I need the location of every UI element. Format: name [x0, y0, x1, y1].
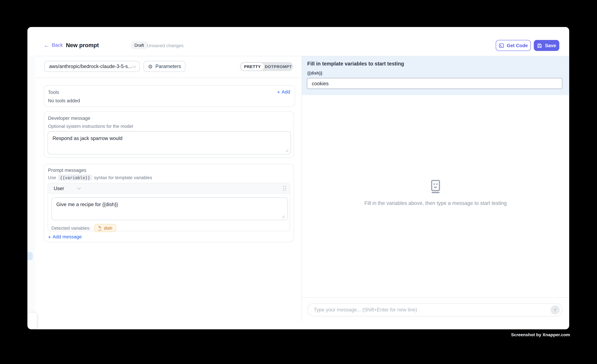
tools-empty-text: No tools added: [48, 98, 80, 103]
terminal-icon: [499, 43, 504, 48]
model-selector-value: aws/anthropic/bedrock-claude-3-5-s...: [49, 64, 133, 69]
chat-message-input[interactable]: [313, 307, 550, 313]
toolbar-divider: [35, 77, 301, 78]
toggle-option-dotprompt[interactable]: DOTPROMPT: [264, 62, 292, 71]
chevron-down-icon: [132, 64, 136, 68]
parameters-button[interactable]: ⚙ Parameters: [143, 61, 186, 72]
drag-handle-icon[interactable]: [283, 186, 286, 190]
plus-icon: +: [277, 89, 280, 95]
message-role-header[interactable]: User: [48, 183, 290, 194]
detected-variables-label: Detected variables:: [51, 225, 91, 231]
draft-status-badge: Draft: [131, 41, 147, 49]
view-mode-toggle: PRETTY DOTPROMPT: [240, 62, 293, 71]
add-message-label: Add message: [53, 234, 82, 240]
variable-name-label: {{dish}}: [307, 71, 322, 75]
model-selector[interactable]: aws/anthropic/bedrock-claude-3-5-s...: [44, 61, 140, 72]
message-content-textarea[interactable]: Give me a recipe for {{dish}}: [51, 197, 288, 220]
prompt-message-block: User Give me a recipe for {{dish}} Detec…: [48, 183, 290, 231]
page-title: New prompt: [66, 42, 99, 48]
add-message-button[interactable]: + Add message: [48, 234, 82, 240]
toggle-option-pretty[interactable]: PRETTY: [241, 63, 264, 70]
hint-prefix: Use: [48, 175, 56, 180]
chevron-down-icon: [77, 186, 81, 190]
rail-corner-card: [27, 313, 37, 329]
tools-card: Tools + Add No tools added: [44, 85, 295, 107]
screenshot-canvas: ← Back New prompt Draft Unsaved changes …: [0, 0, 597, 364]
back-arrow-icon: ←: [44, 42, 49, 48]
developer-message-card: Developer message Optional system instru…: [44, 111, 294, 158]
variable-badge-dish[interactable]: ✎ dish: [94, 224, 116, 232]
rail-active-indicator[interactable]: [27, 252, 33, 260]
arrow-up-icon: ↑: [554, 307, 556, 313]
gear-icon: ⚙: [148, 64, 153, 69]
chat-input-container: ↑: [307, 303, 562, 316]
variable-code-chip: {{variable}}: [58, 174, 92, 181]
back-button[interactable]: ← Back: [44, 42, 63, 48]
parameters-label: Parameters: [155, 64, 181, 69]
save-floppy-icon: [537, 43, 542, 48]
save-button[interactable]: Save: [534, 40, 559, 51]
test-panel-title: Fill in template variables to start test…: [307, 61, 404, 67]
save-label: Save: [545, 43, 556, 48]
prompt-messages-card: Prompt messages Use {{variable}} syntax …: [44, 164, 294, 242]
unsaved-changes-text: Unsaved changes: [147, 43, 184, 48]
resize-grip-icon[interactable]: [282, 215, 285, 218]
get-code-button[interactable]: Get Code: [496, 40, 531, 51]
variable-value-input[interactable]: [307, 78, 562, 89]
chat-empty-state: Fill in the variables above, then type a…: [302, 179, 569, 206]
developer-message-textarea[interactable]: Respond as jack sparrow would: [48, 131, 291, 154]
watermark-text: Screenshot by Xnapper.com: [511, 333, 570, 337]
chat-input-divider: [302, 297, 569, 298]
template-variables-panel: Fill in template variables to start test…: [302, 56, 569, 95]
app-window: ← Back New prompt Draft Unsaved changes …: [27, 27, 569, 329]
developer-message-title: Developer message: [48, 116, 90, 121]
add-tool-label: Add: [282, 89, 290, 95]
detected-variables-row: Detected variables: ✎ dish: [51, 224, 116, 232]
plus-icon: +: [48, 234, 51, 240]
robot-face-icon: [429, 179, 442, 194]
get-code-label: Get Code: [507, 43, 528, 48]
add-tool-button[interactable]: + Add: [277, 89, 290, 95]
hint-suffix: syntax for template variables: [94, 175, 152, 180]
back-label: Back: [52, 42, 63, 48]
chat-empty-text: Fill in the variables above, then type a…: [302, 200, 569, 206]
developer-message-subtitle: Optional system instructions for the mod…: [48, 124, 133, 129]
send-message-button[interactable]: ↑: [550, 305, 560, 314]
left-rail: [27, 56, 35, 312]
variable-syntax-hint: Use {{variable}} syntax for template var…: [48, 174, 152, 181]
message-role-value: User: [54, 185, 64, 191]
prompt-messages-title: Prompt messages: [48, 168, 86, 173]
resize-grip-icon[interactable]: [286, 149, 289, 152]
variable-badge-label: dish: [104, 225, 112, 231]
tools-title: Tools: [48, 90, 59, 95]
pencil-icon: ✎: [98, 226, 102, 230]
